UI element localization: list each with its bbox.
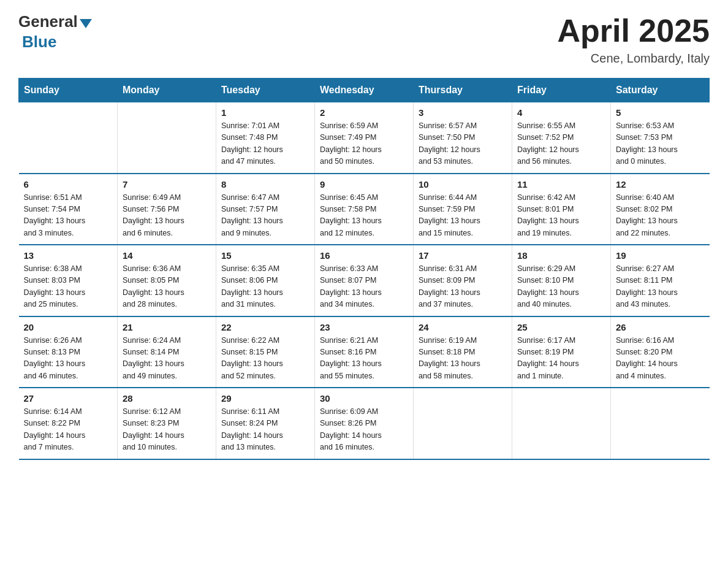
day-number: 3 <box>419 107 507 118</box>
day-cell <box>414 388 512 459</box>
logo-blue-text: Blue <box>22 33 56 52</box>
day-info: Sunrise: 6:53 AMSunset: 7:53 PMDaylight:… <box>616 120 705 168</box>
header-cell-wednesday: Wednesday <box>315 79 414 102</box>
day-info: Sunrise: 6:42 AMSunset: 8:01 PMDaylight:… <box>517 192 605 240</box>
day-info: Sunrise: 6:51 AMSunset: 7:54 PMDaylight:… <box>24 192 113 240</box>
calendar-header: SundayMondayTuesdayWednesdayThursdayFrid… <box>19 79 710 102</box>
day-number: 9 <box>320 179 408 190</box>
day-info: Sunrise: 7:01 AMSunset: 7:48 PMDaylight:… <box>221 120 309 168</box>
day-number: 10 <box>419 179 507 190</box>
day-number: 17 <box>419 250 507 261</box>
day-cell: 4Sunrise: 6:55 AMSunset: 7:52 PMDaylight… <box>512 102 611 174</box>
day-cell: 26Sunrise: 6:16 AMSunset: 8:20 PMDayligh… <box>611 316 710 388</box>
day-info: Sunrise: 6:40 AMSunset: 8:02 PMDaylight:… <box>616 192 705 240</box>
day-info: Sunrise: 6:11 AMSunset: 8:24 PMDaylight:… <box>221 406 309 454</box>
day-info: Sunrise: 6:22 AMSunset: 8:15 PMDaylight:… <box>221 335 309 383</box>
day-cell: 23Sunrise: 6:21 AMSunset: 8:16 PMDayligh… <box>315 316 414 388</box>
day-cell: 13Sunrise: 6:38 AMSunset: 8:03 PMDayligh… <box>19 245 118 316</box>
calendar-body: 1Sunrise: 7:01 AMSunset: 7:48 PMDaylight… <box>19 102 710 459</box>
day-info: Sunrise: 6:19 AMSunset: 8:18 PMDaylight:… <box>419 335 507 383</box>
day-number: 30 <box>320 393 408 404</box>
day-number: 20 <box>24 322 113 332</box>
month-title: April 2025 <box>557 12 710 49</box>
day-info: Sunrise: 6:36 AMSunset: 8:05 PMDaylight:… <box>123 263 211 311</box>
day-cell: 10Sunrise: 6:44 AMSunset: 7:59 PMDayligh… <box>414 174 512 245</box>
header-cell-sunday: Sunday <box>19 79 118 102</box>
day-info: Sunrise: 6:45 AMSunset: 7:58 PMDaylight:… <box>320 192 408 240</box>
day-number: 23 <box>320 322 408 332</box>
day-cell: 29Sunrise: 6:11 AMSunset: 8:24 PMDayligh… <box>216 388 315 459</box>
header-cell-saturday: Saturday <box>611 79 710 102</box>
week-row-2: 6Sunrise: 6:51 AMSunset: 7:54 PMDaylight… <box>19 174 710 245</box>
day-number: 26 <box>616 322 705 332</box>
day-info: Sunrise: 6:26 AMSunset: 8:13 PMDaylight:… <box>24 335 113 383</box>
week-row-5: 27Sunrise: 6:14 AMSunset: 8:22 PMDayligh… <box>19 388 710 459</box>
day-info: Sunrise: 6:55 AMSunset: 7:52 PMDaylight:… <box>517 120 605 168</box>
day-number: 11 <box>517 179 605 190</box>
day-number: 15 <box>221 250 309 261</box>
day-info: Sunrise: 6:59 AMSunset: 7:49 PMDaylight:… <box>320 120 408 168</box>
day-cell: 18Sunrise: 6:29 AMSunset: 8:10 PMDayligh… <box>512 245 611 316</box>
day-number: 12 <box>616 179 705 190</box>
day-number: 1 <box>221 107 309 118</box>
day-cell: 6Sunrise: 6:51 AMSunset: 7:54 PMDaylight… <box>19 174 118 245</box>
day-cell: 28Sunrise: 6:12 AMSunset: 8:23 PMDayligh… <box>118 388 216 459</box>
day-cell: 16Sunrise: 6:33 AMSunset: 8:07 PMDayligh… <box>315 245 414 316</box>
day-number: 7 <box>123 179 211 190</box>
day-info: Sunrise: 6:38 AMSunset: 8:03 PMDaylight:… <box>24 263 113 311</box>
day-cell: 22Sunrise: 6:22 AMSunset: 8:15 PMDayligh… <box>216 316 315 388</box>
day-cell: 2Sunrise: 6:59 AMSunset: 7:49 PMDaylight… <box>315 102 414 174</box>
week-row-3: 13Sunrise: 6:38 AMSunset: 8:03 PMDayligh… <box>19 245 710 316</box>
week-row-1: 1Sunrise: 7:01 AMSunset: 7:48 PMDaylight… <box>19 102 710 174</box>
day-info: Sunrise: 6:24 AMSunset: 8:14 PMDaylight:… <box>123 335 211 383</box>
day-number: 4 <box>517 107 605 118</box>
day-cell: 24Sunrise: 6:19 AMSunset: 8:18 PMDayligh… <box>414 316 512 388</box>
day-number: 28 <box>123 393 211 404</box>
day-info: Sunrise: 6:57 AMSunset: 7:50 PMDaylight:… <box>419 120 507 168</box>
day-cell: 3Sunrise: 6:57 AMSunset: 7:50 PMDaylight… <box>414 102 512 174</box>
day-number: 16 <box>320 250 408 261</box>
day-info: Sunrise: 6:14 AMSunset: 8:22 PMDaylight:… <box>24 406 113 454</box>
day-number: 27 <box>24 393 113 404</box>
day-number: 18 <box>517 250 605 261</box>
day-info: Sunrise: 6:29 AMSunset: 8:10 PMDaylight:… <box>517 263 605 311</box>
header-cell-monday: Monday <box>118 79 216 102</box>
day-cell: 17Sunrise: 6:31 AMSunset: 8:09 PMDayligh… <box>414 245 512 316</box>
day-cell <box>19 102 118 174</box>
day-cell: 15Sunrise: 6:35 AMSunset: 8:06 PMDayligh… <box>216 245 315 316</box>
day-number: 22 <box>221 322 309 332</box>
day-cell: 25Sunrise: 6:17 AMSunset: 8:19 PMDayligh… <box>512 316 611 388</box>
day-number: 8 <box>221 179 309 190</box>
day-number: 19 <box>616 250 705 261</box>
day-info: Sunrise: 6:27 AMSunset: 8:11 PMDaylight:… <box>616 263 705 311</box>
day-number: 2 <box>320 107 408 118</box>
logo: General Blue <box>18 12 92 52</box>
day-cell: 12Sunrise: 6:40 AMSunset: 8:02 PMDayligh… <box>611 174 710 245</box>
day-info: Sunrise: 6:35 AMSunset: 8:06 PMDaylight:… <box>221 263 309 311</box>
day-number: 21 <box>123 322 211 332</box>
day-cell <box>611 388 710 459</box>
week-row-4: 20Sunrise: 6:26 AMSunset: 8:13 PMDayligh… <box>19 316 710 388</box>
logo-triangle-icon <box>80 19 92 28</box>
day-cell: 14Sunrise: 6:36 AMSunset: 8:05 PMDayligh… <box>118 245 216 316</box>
header-row: SundayMondayTuesdayWednesdayThursdayFrid… <box>19 79 710 102</box>
header-cell-friday: Friday <box>512 79 611 102</box>
day-cell <box>512 388 611 459</box>
logo-general-text: General <box>18 12 78 31</box>
day-info: Sunrise: 6:44 AMSunset: 7:59 PMDaylight:… <box>419 192 507 240</box>
day-info: Sunrise: 6:21 AMSunset: 8:16 PMDaylight:… <box>320 335 408 383</box>
day-info: Sunrise: 6:33 AMSunset: 8:07 PMDaylight:… <box>320 263 408 311</box>
day-cell: 20Sunrise: 6:26 AMSunset: 8:13 PMDayligh… <box>19 316 118 388</box>
day-cell <box>118 102 216 174</box>
day-info: Sunrise: 6:17 AMSunset: 8:19 PMDaylight:… <box>517 335 605 383</box>
day-cell: 7Sunrise: 6:49 AMSunset: 7:56 PMDaylight… <box>118 174 216 245</box>
day-info: Sunrise: 6:47 AMSunset: 7:57 PMDaylight:… <box>221 192 309 240</box>
day-info: Sunrise: 6:09 AMSunset: 8:26 PMDaylight:… <box>320 406 408 454</box>
day-cell: 8Sunrise: 6:47 AMSunset: 7:57 PMDaylight… <box>216 174 315 245</box>
day-cell: 5Sunrise: 6:53 AMSunset: 7:53 PMDaylight… <box>611 102 710 174</box>
day-info: Sunrise: 6:49 AMSunset: 7:56 PMDaylight:… <box>123 192 211 240</box>
day-cell: 30Sunrise: 6:09 AMSunset: 8:26 PMDayligh… <box>315 388 414 459</box>
location-text: Cene, Lombardy, Italy <box>557 52 710 66</box>
day-cell: 19Sunrise: 6:27 AMSunset: 8:11 PMDayligh… <box>611 245 710 316</box>
day-number: 14 <box>123 250 211 261</box>
